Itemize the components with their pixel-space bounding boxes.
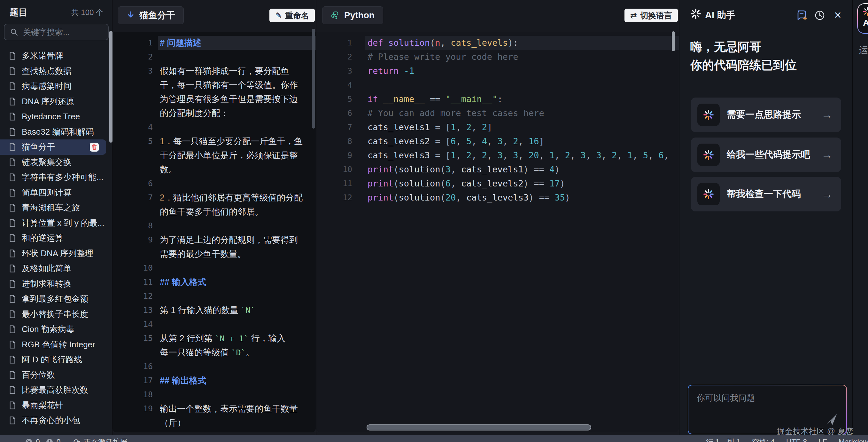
md-row: [160, 50, 316, 64]
rename-button[interactable]: ✎ 重命名: [270, 9, 315, 22]
md-line-number: 1: [113, 36, 153, 50]
md-line-number: 10: [113, 261, 153, 275]
ai-action-card[interactable]: 帮我检查一下代码→: [691, 177, 841, 211]
sidebar-item[interactable]: 阿 D 的飞行路线: [0, 352, 106, 367]
md-line: 14: [113, 317, 316, 331]
md-line: 2: [113, 50, 316, 64]
right-edge-strip: [852, 0, 868, 442]
sidebar-item[interactable]: Bytedance Tree: [0, 109, 106, 124]
sidebar-item[interactable]: DNA 序列还原: [0, 94, 106, 109]
language-button[interactable]: Python: [322, 6, 383, 24]
code-line: 9 cats_levels3 = [1, 2, 2, 3, 3, 20, 1, …: [316, 148, 679, 163]
status-item[interactable]: LF: [818, 438, 827, 442]
sidebar-item-active[interactable]: 猫鱼分干: [0, 140, 106, 155]
sidebar-item[interactable]: 进制求和转换: [0, 276, 106, 292]
ai-action-card[interactable]: 需要一点思路提示→: [691, 97, 841, 132]
sidebar-item[interactable]: 计算位置 x 到 y 的最...: [0, 215, 106, 231]
md-row: [160, 261, 316, 275]
md-line-number: 9: [113, 233, 153, 261]
sidebar-item[interactable]: 字符串有多少种可能...: [0, 170, 106, 185]
md-row: 需要的最少鱼干数量。: [160, 247, 316, 261]
sidebar-item[interactable]: 百分位数: [0, 367, 106, 383]
send-icon[interactable]: [825, 413, 838, 427]
file-icon: [9, 112, 16, 121]
history-icon[interactable]: [814, 9, 826, 22]
md-row: 1．每一只猫至少要分配一斤鱼干，鱼: [160, 134, 316, 148]
markdown-scrollbar[interactable]: [312, 29, 315, 128]
sidebar-item[interactable]: 环状 DNA 序列整理: [0, 246, 106, 261]
delete-problem-button[interactable]: [90, 142, 99, 152]
code-editor[interactable]: 1def solution(n, cats_levels):2 # Please…: [316, 32, 679, 433]
sidebar-item[interactable]: 拿到最多红包金额: [0, 291, 106, 307]
clipped-run-icon[interactable]: 运: [859, 44, 868, 56]
file-icon: [9, 219, 16, 227]
close-icon[interactable]: ✕: [834, 9, 842, 21]
code-horizontal-scrollbar[interactable]: [367, 424, 591, 431]
md-row: （斤）: [160, 416, 316, 430]
file-icon: [9, 325, 16, 333]
code-text: print(solution(6, cats_levels2) == 17): [365, 177, 679, 190]
code-line-number: 12: [316, 190, 352, 205]
md-line: 6: [113, 177, 316, 190]
md-line-number: 6: [113, 177, 153, 190]
sidebar-item[interactable]: Base32 编码和解码: [0, 124, 106, 140]
md-row: 输出一个整数，表示需要的鱼干数量: [160, 402, 316, 416]
search-input[interactable]: [4, 24, 108, 40]
status-left-group[interactable]: 0 0 ⟳ 正在激活扩展: [0, 437, 127, 442]
file-title-button[interactable]: 猫鱼分干: [118, 6, 184, 24]
md-row: 2．猫比他们邻居有更高等级值的分配: [160, 190, 316, 205]
markdown-editor[interactable]: 1# 问题描述23假如有一群猫排成一行，要分配鱼干，每一只猫都有一个等级值。你作…: [113, 32, 316, 433]
sidebar-item-label: 拿到最多红包金额: [22, 293, 88, 304]
sidebar-item[interactable]: 暴雨梨花针: [0, 398, 106, 413]
sidebar-item[interactable]: 青海湖租车之旅: [0, 200, 106, 215]
md-line: 17## 输出格式: [113, 374, 316, 388]
status-item[interactable]: 空格: 4: [752, 437, 775, 442]
sidebar-item-label: 查找热点数据: [22, 65, 71, 77]
sidebar-item[interactable]: 病毒感染时间: [0, 79, 106, 94]
md-row: [160, 289, 316, 303]
md-row: 数。: [160, 163, 316, 177]
sidebar-item[interactable]: 链表聚集交换: [0, 155, 106, 170]
errors-icon: [25, 438, 33, 442]
sidebar-item[interactable]: RGB 色值转 Integer: [0, 337, 106, 352]
sidebar-item-label: 比赛最高获胜次数: [22, 384, 88, 395]
md-line: 1# 问题描述: [113, 36, 316, 50]
file-icon: [9, 264, 16, 273]
code-vertical-scrollbar[interactable]: [672, 31, 675, 51]
sidebar-item[interactable]: 及格如此简单: [0, 261, 106, 276]
arrow-right-icon: →: [822, 108, 833, 121]
md-row: ## 输入格式: [160, 275, 316, 289]
sidebar-item[interactable]: 不再贪心的小包: [0, 413, 106, 428]
file-icon: [9, 279, 16, 288]
sidebar-item[interactable]: 比赛最高获胜次数: [0, 383, 106, 398]
status-item[interactable]: Markdown: [839, 438, 868, 442]
language-label: Python: [344, 10, 375, 21]
sidebar-item[interactable]: Cion 勒索病毒: [0, 322, 106, 337]
sidebar-item[interactable]: 和的逆运算: [0, 231, 106, 246]
sidebar-scrollbar[interactable]: [109, 31, 113, 143]
sidebar-item[interactable]: 简单四则计算: [0, 185, 106, 201]
ai-side-tab[interactable]: A: [857, 3, 868, 34]
code-line: 1def solution(n, cats_levels):: [316, 36, 679, 50]
sidebar-item[interactable]: 查找热点数据: [0, 64, 106, 79]
md-line: 72．猫比他们邻居有更高等级值的分配的鱼干要多于他们的邻居。: [113, 190, 316, 219]
ai-greeting: 嗨，无忌阿哥 你的代码陪练已到位: [690, 38, 797, 74]
sidebar-item[interactable]: 最小替换子串长度: [0, 307, 106, 322]
md-row: [160, 359, 316, 374]
code-line-number: 9: [316, 148, 352, 163]
md-line-number: 4: [113, 120, 153, 134]
sidebar-item-label: 猫鱼分干: [22, 141, 55, 152]
md-row: 的分配制度分配：: [160, 106, 316, 120]
new-chat-icon[interactable]: [796, 9, 808, 22]
code-text: def solution(n, cats_levels):: [365, 36, 679, 50]
md-line-number: 17: [113, 374, 153, 388]
switch-language-button[interactable]: ⇄ 切换语言: [624, 9, 678, 22]
ai-action-label: 需要一点思路提示: [727, 109, 822, 121]
ai-action-card[interactable]: 给我一些代码提示吧→: [691, 138, 841, 172]
sidebar-item[interactable]: 多米诺骨牌: [0, 48, 106, 64]
status-item[interactable]: 行 1，列 1: [706, 437, 740, 442]
status-item[interactable]: UTF-8: [786, 438, 807, 442]
md-line: 9为了满足上边的分配规则，需要得到需要的最少鱼干数量。: [113, 233, 316, 261]
ai-panel-title: AI 助手: [705, 9, 735, 22]
sidebar-item-label: 环状 DNA 序列整理: [22, 248, 93, 259]
